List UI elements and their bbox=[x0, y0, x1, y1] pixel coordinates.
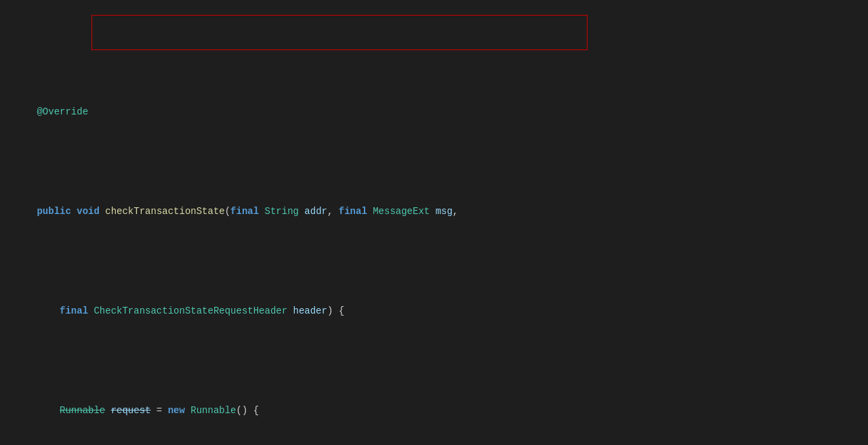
code-line: public void checkTransactionState(final … bbox=[0, 190, 868, 233]
method-signature-box bbox=[91, 15, 587, 50]
code-line: final CheckTransactionStateRequestHeader… bbox=[0, 290, 868, 333]
annotation-token: @Override bbox=[37, 106, 88, 117]
code-editor: @Override public void checkTransactionSt… bbox=[0, 0, 868, 445]
code-line: @Override bbox=[0, 91, 868, 133]
code-line: Runnable request = new Runnable() { bbox=[0, 389, 868, 432]
